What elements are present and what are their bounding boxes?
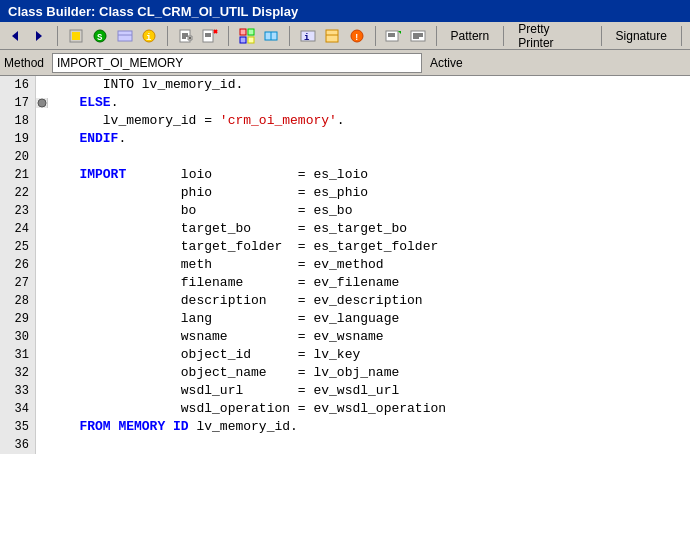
line-number: 36	[0, 436, 36, 454]
table-row: 34 wsdl_operation = ev_wsdl_operation	[0, 400, 690, 418]
line-number: 21	[0, 166, 36, 184]
code-content: phio = es_phio	[48, 184, 368, 202]
method-value[interactable]: IMPORT_OI_MEMORY	[52, 53, 422, 73]
code-area: 16 INTO lv_memory_id.17 ELSE.18 lv_memor…	[0, 76, 690, 539]
code-content: meth = ev_method	[48, 256, 384, 274]
back-button[interactable]	[4, 25, 26, 47]
line-number: 25	[0, 238, 36, 256]
svg-text:S: S	[97, 33, 103, 43]
table-row: 23 bo = es_bo	[0, 202, 690, 220]
table-row: 30 wsname = ev_wsname	[0, 328, 690, 346]
line-number: 17	[0, 94, 36, 112]
line-number: 20	[0, 148, 36, 166]
svg-marker-1	[36, 31, 42, 41]
code-content: lang = ev_language	[48, 310, 399, 328]
table-row: 32 object_name = lv_obj_name	[0, 364, 690, 382]
table-row: 21 IMPORT loio = es_loio	[0, 166, 690, 184]
table-row: 22 phio = es_phio	[0, 184, 690, 202]
line-number: 26	[0, 256, 36, 274]
line-number: 34	[0, 400, 36, 418]
tool-btn-7[interactable]	[236, 25, 258, 47]
tool-btn-13[interactable]	[407, 25, 429, 47]
pretty-printer-button[interactable]: Pretty Printer	[511, 25, 593, 47]
toolbar: S i	[0, 22, 690, 50]
table-row: 24 target_bo = es_target_bo	[0, 220, 690, 238]
line-number: 32	[0, 364, 36, 382]
table-row: 33 wsdl_url = ev_wsdl_url	[0, 382, 690, 400]
svg-rect-24	[248, 37, 254, 43]
forward-button[interactable]	[29, 25, 51, 47]
tool-btn-2[interactable]: S	[90, 25, 112, 47]
tool-btn-8[interactable]	[261, 25, 283, 47]
line-number: 18	[0, 112, 36, 130]
line-number: 29	[0, 310, 36, 328]
tool-btn-3[interactable]	[114, 25, 136, 47]
table-row: 31 object_id = lv_key	[0, 346, 690, 364]
table-row: 26 meth = ev_method	[0, 256, 690, 274]
line-number: 27	[0, 274, 36, 292]
code-content: target_folder = es_target_folder	[48, 238, 438, 256]
table-row: 35 FROM MEMORY ID lv_memory_id.	[0, 418, 690, 436]
table-row: 25 target_folder = es_target_folder	[0, 238, 690, 256]
code-content: target_bo = es_target_bo	[48, 220, 407, 238]
svg-rect-3	[72, 32, 80, 40]
sep5	[375, 26, 376, 46]
tool-btn-6[interactable]	[200, 25, 222, 47]
tool-btn-12[interactable]	[383, 25, 405, 47]
code-content: description = ev_description	[48, 292, 423, 310]
method-bar: Method IMPORT_OI_MEMORY Active	[0, 50, 690, 76]
line-number: 16	[0, 76, 36, 94]
sep1	[57, 26, 58, 46]
code-content: ELSE.	[48, 94, 118, 112]
svg-rect-23	[240, 37, 246, 43]
table-row: 17 ELSE.	[0, 94, 690, 112]
sep9	[681, 26, 682, 46]
code-content: FROM MEMORY ID lv_memory_id.	[48, 418, 298, 436]
svg-rect-6	[118, 31, 132, 41]
table-row: 29 lang = ev_language	[0, 310, 690, 328]
code-content: object_name = lv_obj_name	[48, 364, 399, 382]
method-label: Method	[4, 56, 44, 70]
sep2	[167, 26, 168, 46]
line-number: 24	[0, 220, 36, 238]
line-number: 30	[0, 328, 36, 346]
table-row: 28 description = ev_description	[0, 292, 690, 310]
table-row: 36	[0, 436, 690, 454]
title-bar: Class Builder: Class CL_CRM_OI_UTIL Disp…	[0, 0, 690, 22]
breakpoint-col[interactable]	[36, 98, 48, 108]
line-number: 19	[0, 130, 36, 148]
tool-btn-10[interactable]	[322, 25, 344, 47]
line-number: 28	[0, 292, 36, 310]
sep4	[289, 26, 290, 46]
tool-btn-5[interactable]	[175, 25, 197, 47]
line-number: 31	[0, 346, 36, 364]
sep8	[601, 26, 602, 46]
tool-btn-1[interactable]	[65, 25, 87, 47]
code-content: lv_memory_id = 'crm_oi_memory'.	[48, 112, 345, 130]
sep7	[503, 26, 504, 46]
line-number: 33	[0, 382, 36, 400]
line-number: 23	[0, 202, 36, 220]
signature-button[interactable]: Signature	[609, 25, 674, 47]
tool-btn-9[interactable]: i	[297, 25, 319, 47]
svg-rect-21	[240, 29, 246, 35]
active-label: Active	[430, 56, 463, 70]
line-number: 22	[0, 184, 36, 202]
pattern-button[interactable]: Pattern	[444, 25, 497, 47]
table-row: 20	[0, 148, 690, 166]
sep3	[228, 26, 229, 46]
code-content: wsdl_operation = ev_wsdl_operation	[48, 400, 446, 418]
table-row: 16 INTO lv_memory_id.	[0, 76, 690, 94]
tool-btn-11[interactable]: !	[346, 25, 368, 47]
tool-btn-4[interactable]: i	[139, 25, 161, 47]
code-content: wsname = ev_wsname	[48, 328, 384, 346]
title-text: Class Builder: Class CL_CRM_OI_UTIL Disp…	[8, 4, 298, 19]
code-content: wsdl_url = ev_wsdl_url	[48, 382, 399, 400]
code-content: bo = es_bo	[48, 202, 352, 220]
svg-text:i: i	[146, 33, 152, 43]
svg-point-41	[38, 99, 46, 107]
code-content: ENDIF.	[48, 130, 126, 148]
line-number: 35	[0, 418, 36, 436]
code-content: object_id = lv_key	[48, 346, 360, 364]
svg-marker-0	[12, 31, 18, 41]
